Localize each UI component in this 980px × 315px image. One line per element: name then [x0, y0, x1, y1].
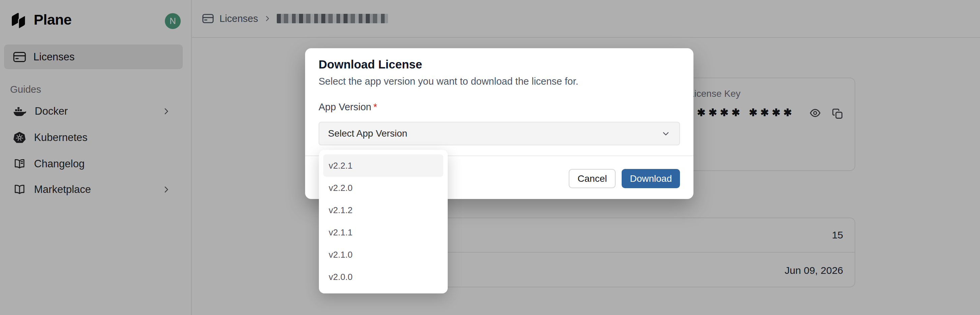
dropdown-option-v2-2-1[interactable]: v2.2.1 — [323, 154, 443, 177]
modal-title: Download License — [318, 58, 422, 71]
dropdown-option-v2-0-0[interactable]: v2.0.0 — [323, 266, 443, 288]
app-version-dropdown: v2.2.1 v2.2.0 v2.1.2 v2.1.1 v2.1.0 v2.0.… — [319, 150, 448, 293]
field-label-text: App Version — [318, 102, 371, 112]
dropdown-option-v2-2-0[interactable]: v2.2.0 — [323, 177, 443, 199]
chevron-down-icon — [661, 129, 671, 138]
app-window: Licenses Plane N — [0, 0, 980, 315]
dropdown-option-v2-1-2[interactable]: v2.1.2 — [323, 199, 443, 221]
dropdown-option-v2-1-1[interactable]: v2.1.1 — [323, 221, 443, 243]
modal-footer: Cancel Download — [569, 169, 680, 188]
dropdown-option-v2-1-0[interactable]: v2.1.0 — [323, 243, 443, 266]
app-version-label: App Version* — [318, 102, 377, 113]
modal-subtitle: Select the app version you want to downl… — [318, 76, 579, 87]
select-placeholder: Select App Version — [328, 128, 407, 139]
app-version-select[interactable]: Select App Version — [318, 122, 680, 145]
required-asterisk: * — [373, 102, 377, 112]
download-button[interactable]: Download — [622, 169, 680, 188]
cancel-button[interactable]: Cancel — [569, 169, 616, 188]
